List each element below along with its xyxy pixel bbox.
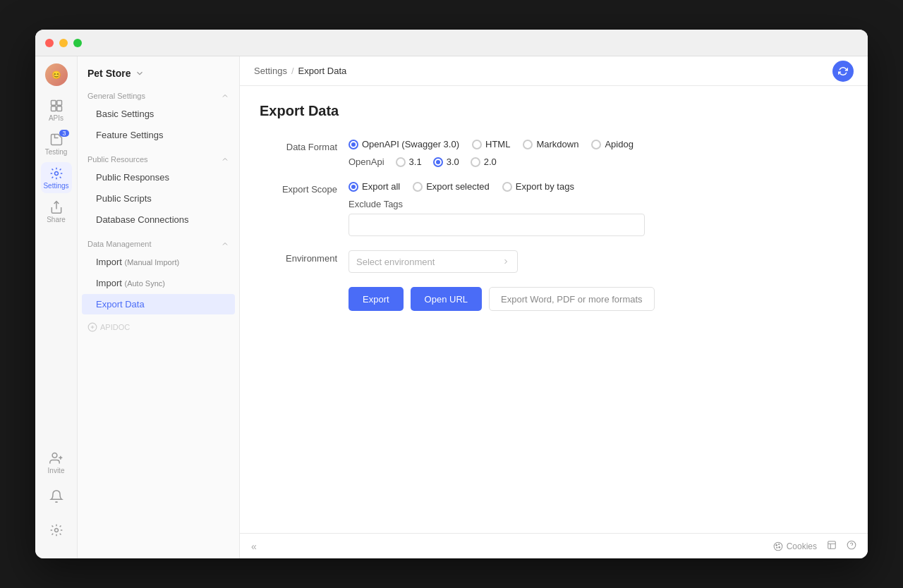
radio-export-selected-circle [413,182,423,192]
radio-export-selected[interactable]: Export selected [413,181,490,192]
left-nav: 😊 APIs Testing 3 [35,56,78,558]
radio-v31-circle [396,157,406,167]
data-format-label: Data Format [260,139,337,152]
radio-export-all[interactable]: Export all [349,181,400,192]
radio-openapi[interactable]: OpenAPI (Swagger 3.0) [349,139,459,149]
radio-apidog-circle [591,140,601,149]
app-window: 😊 APIs Testing 3 [35,30,868,558]
app-body: 😊 APIs Testing 3 [35,56,868,558]
svg-point-13 [778,544,779,544]
svg-point-11 [774,542,782,551]
sidebar-item-basic-settings[interactable]: Basic Settings [82,104,235,124]
svg-point-6 [52,453,57,458]
radio-export-by-tags[interactable]: Export by tags [502,181,574,192]
avatar[interactable]: 😊 [45,63,68,86]
data-format-radio-group: OpenAPI (Swagger 3.0) HTML Markdown [349,139,848,149]
data-format-controls: OpenAPI (Swagger 3.0) HTML Markdown [349,139,848,167]
environment-select[interactable]: Select environment [349,250,518,273]
close-button[interactable] [45,39,54,47]
radio-markdown-circle [523,140,533,149]
layout-button[interactable] [827,540,837,552]
export-scope-controls: Export all Export selected Export by tag… [349,181,848,236]
radio-apidog[interactable]: Apidog [591,139,633,149]
maximize-button[interactable] [73,39,82,47]
export-more-button[interactable]: Export Word, PDF or more formats [489,287,655,311]
public-resources-section: Public Resources [78,151,239,166]
radio-v30-circle [433,157,443,167]
export-scope-radio-group: Export all Export selected Export by tag… [349,181,848,192]
svg-rect-2 [51,106,56,111]
minimize-button[interactable] [59,39,68,47]
sidebar-item-export-data[interactable]: Export Data [82,294,235,314]
environment-label: Environment [260,250,337,264]
export-scope-label: Export Scope [260,181,337,195]
data-format-row: Data Format OpenAPI (Swagger 3.0) HTML [260,139,848,167]
radio-v20[interactable]: 2.0 [471,157,497,167]
svg-point-15 [776,547,777,548]
open-url-button[interactable]: Open URL [411,287,482,311]
apidoc-logo: APIDOC [78,315,239,339]
svg-point-4 [54,171,58,175]
svg-rect-1 [56,100,61,105]
svg-rect-0 [51,100,56,105]
nav-item-invite[interactable]: Invite [41,447,72,478]
project-selector[interactable]: Pet Store [78,62,239,87]
sidebar-item-public-responses[interactable]: Public Responses [82,167,235,188]
data-management-section: Data Management [78,235,239,251]
nav-item-testing[interactable]: Testing 3 [41,128,72,159]
radio-markdown[interactable]: Markdown [523,139,578,149]
svg-point-12 [775,544,777,546]
sidebar-item-feature-settings[interactable]: Feature Settings [82,125,235,145]
svg-point-9 [54,529,58,532]
svg-point-19 [847,541,856,549]
nav-item-apis[interactable]: APIs [41,94,72,125]
radio-html[interactable]: HTML [472,139,510,149]
nav-item-notifications[interactable] [41,481,72,512]
testing-badge: 3 [59,130,68,137]
sidebar-item-database-connections[interactable]: Database Connections [82,209,235,230]
footer-right: Cookies [773,540,856,552]
breadcrumb: Settings / Export Data [254,66,346,76]
action-buttons: Export Open URL Export Word, PDF or more… [349,287,655,311]
cookies-button[interactable]: Cookies [773,541,817,551]
svg-rect-3 [56,106,61,111]
nav-item-share[interactable]: Share [41,196,72,227]
svg-point-14 [779,546,780,548]
radio-export-by-tags-circle [502,182,512,192]
svg-rect-16 [828,541,836,549]
main-content: Settings / Export Data Export Data [240,56,868,558]
sidebar-item-import-auto[interactable]: Import (Auto Sync) [82,273,235,293]
export-button[interactable]: Export [349,287,404,311]
main-footer: « Cookies [240,533,868,558]
refresh-button[interactable] [832,61,854,82]
title-bar [35,30,868,56]
radio-html-circle [472,140,482,149]
radio-v31[interactable]: 3.1 [396,157,422,167]
sidebar: Pet Store General Settings Basic Setting… [78,56,240,558]
main-scroll: Export Data Data Format OpenAPI (Swagger… [240,86,868,533]
environment-controls: Select environment [349,250,848,273]
sidebar-item-import-manual[interactable]: Import (Manual Import) [82,252,235,272]
radio-openapi-circle [349,140,358,149]
sidebar-item-public-scripts[interactable]: Public Scripts [82,188,235,209]
page-title: Export Data [260,103,848,119]
export-scope-row: Export Scope Export all Export selected [260,181,848,236]
radio-export-all-circle [349,182,358,192]
radio-v20-circle [471,157,480,167]
radio-v30[interactable]: 3.0 [433,157,459,167]
collapse-sidebar-button[interactable]: « [251,541,257,552]
environment-row: Environment Select environment [260,250,848,273]
action-row: Export Open URL Export Word, PDF or more… [260,287,848,311]
nav-item-preferences[interactable] [41,515,72,546]
exclude-tags-section: Exclude Tags [349,199,848,236]
nav-bottom: Invite [41,447,72,551]
exclude-tags-input[interactable] [349,214,645,236]
nav-item-settings[interactable]: Settings [41,162,72,193]
main-header: Settings / Export Data [240,56,868,86]
help-button[interactable] [847,540,856,552]
openapi-version-row: OpenApi 3.1 3.0 2.0 [349,157,848,167]
general-settings-section: General Settings [78,87,239,103]
